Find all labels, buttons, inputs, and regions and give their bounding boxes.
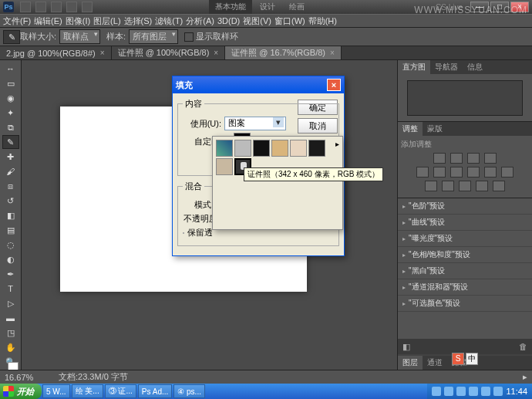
mixer-icon[interactable] — [501, 167, 513, 178]
close-icon[interactable]: × — [330, 49, 335, 57]
stamp-tool[interactable]: ⧇ — [2, 179, 19, 193]
preset-item[interactable]: "色相/饱和度"预设 — [398, 247, 532, 263]
taskbar-button[interactable]: ④ ps... — [173, 384, 205, 398]
pattern-thumb[interactable] — [271, 140, 288, 157]
brush-tool[interactable]: 🖌 — [2, 164, 19, 178]
wand-tool[interactable]: ✦ — [2, 106, 19, 120]
pattern-thumb[interactable] — [253, 140, 270, 157]
clock[interactable]: 11:44 — [506, 387, 527, 396]
tab-adjustments[interactable]: 调整 — [398, 122, 423, 136]
menu-select[interactable]: 选择(S) — [124, 15, 153, 27]
tab-masks[interactable]: 蒙版 — [423, 122, 447, 136]
preset-item[interactable]: "曝光度"预设 — [398, 231, 532, 247]
preset-item[interactable]: "色阶"预设 — [398, 198, 532, 215]
tray-icon[interactable] — [444, 387, 453, 396]
current-tool-icon[interactable]: ✎ — [3, 30, 20, 44]
menu-analysis[interactable]: 分析(A) — [186, 15, 214, 27]
ime-button-cn[interactable]: 中 — [466, 353, 478, 365]
exposure-icon[interactable] — [484, 153, 497, 164]
preserve-checkbox[interactable] — [183, 232, 184, 234]
blur-tool[interactable]: ◌ — [2, 238, 19, 252]
tab-layers[interactable]: 图层 — [398, 356, 423, 370]
levels-icon[interactable] — [450, 153, 463, 164]
pattern-thumb[interactable] — [290, 140, 307, 157]
zoom-level-icon[interactable] — [51, 2, 62, 12]
close-icon[interactable]: × — [214, 49, 218, 57]
poster-icon[interactable] — [442, 181, 454, 191]
menu-help[interactable]: 帮助(H) — [308, 15, 337, 27]
bw-icon[interactable] — [467, 167, 480, 178]
tab-histogram[interactable]: 直方图 — [398, 60, 430, 74]
pattern-thumb[interactable] — [216, 140, 233, 157]
3d-tool[interactable]: ◳ — [2, 326, 19, 340]
threshold-icon[interactable] — [459, 181, 471, 191]
tray-icon[interactable] — [432, 387, 441, 396]
brightness-icon[interactable] — [433, 153, 446, 164]
picker-menu-icon[interactable]: ▸ — [335, 140, 339, 148]
pattern-thumb[interactable] — [234, 140, 251, 157]
tray-icon[interactable] — [481, 387, 490, 396]
viewextras-icon[interactable] — [66, 2, 77, 12]
menu-layer[interactable]: 图层(L) — [93, 15, 120, 27]
workspace-tab-paint[interactable]: 绘画 — [283, 0, 311, 14]
gradient-tool[interactable]: ▤ — [2, 223, 19, 237]
doc-size[interactable]: 文档:23.3M/0 字节 — [59, 371, 128, 383]
doc-tab-3[interactable]: 证件照 @ 16.7%(RGB/8)× — [225, 46, 342, 59]
start-button[interactable]: 开始 — [0, 384, 42, 399]
close-icon[interactable]: × — [100, 49, 105, 57]
marquee-tool[interactable]: ▭ — [2, 76, 19, 90]
menu-file[interactable]: 文件(F) — [3, 15, 31, 27]
tray-icon[interactable] — [493, 387, 503, 396]
vibrance-icon[interactable] — [416, 167, 429, 178]
taskbar-button[interactable]: 5 W... — [42, 384, 70, 398]
selcolor-icon[interactable] — [493, 181, 505, 191]
screenmode-icon[interactable] — [82, 2, 93, 12]
doc-tab-1[interactable]: 2.jpg @ 100%(RGB/8#)× — [0, 46, 112, 59]
adjust-icon[interactable]: ◧ — [402, 342, 410, 352]
lasso-tool[interactable]: ◉ — [2, 91, 19, 105]
tab-navigator[interactable]: 导航器 — [430, 60, 463, 74]
preset-item[interactable]: "通道混和器"预设 — [398, 279, 532, 296]
tab-info[interactable]: 信息 — [463, 60, 487, 74]
status-arrow-icon[interactable]: ▸ — [523, 372, 527, 382]
tab-channels[interactable]: 通道 — [423, 356, 447, 370]
dodge-tool[interactable]: ◐ — [2, 252, 19, 266]
tray-icon[interactable] — [456, 387, 466, 396]
menu-image[interactable]: 图像(I) — [66, 15, 90, 27]
move-tool[interactable]: ↔ — [2, 62, 19, 76]
doc-tab-2[interactable]: 证件照 @ 100%(RGB/8)× — [112, 46, 226, 59]
workspace-tab-design[interactable]: 设计 — [254, 0, 281, 14]
colorbalance-icon[interactable] — [450, 167, 463, 178]
hue-icon[interactable] — [433, 167, 446, 178]
tray-icon[interactable] — [469, 387, 478, 396]
pen-tool[interactable]: ✒ — [2, 267, 19, 281]
dialog-titlebar[interactable]: 填充 × — [173, 76, 344, 93]
show-ring-checkbox[interactable] — [184, 32, 194, 42]
menu-3d[interactable]: 3D(D) — [217, 16, 240, 25]
menu-window[interactable]: 窗口(W) — [274, 15, 305, 27]
photo-icon[interactable] — [484, 167, 497, 178]
taskbar-button[interactable]: ③ 证... — [105, 384, 136, 398]
sample-size-dropdown[interactable]: 取样点 — [59, 29, 100, 44]
menu-filter[interactable]: 滤镜(T) — [155, 15, 183, 27]
menu-edit[interactable]: 编辑(E) — [34, 15, 62, 27]
history-tool[interactable]: ↺ — [2, 194, 19, 208]
taskbar-button[interactable]: Ps Ad... — [138, 384, 172, 398]
type-tool[interactable]: T — [2, 282, 19, 296]
minibridge-icon[interactable] — [35, 2, 46, 12]
crop-tool[interactable]: ⧉ — [2, 120, 19, 134]
taskbar-button[interactable]: 绘 美... — [72, 384, 103, 398]
menu-view[interactable]: 视图(V) — [243, 15, 271, 27]
dialog-close-button[interactable]: × — [327, 79, 341, 91]
shape-tool[interactable]: ▬ — [2, 311, 19, 325]
hand-tool[interactable]: ✋ — [2, 340, 19, 354]
eraser-tool[interactable]: ◧ — [2, 208, 19, 222]
eyedropper-tool[interactable]: ✎ — [2, 135, 19, 149]
heal-tool[interactable]: ✚ — [2, 150, 19, 164]
trash-icon[interactable]: 🗑 — [519, 342, 527, 351]
sample-layers-dropdown[interactable]: 所有图层 — [129, 29, 178, 44]
pattern-thumb[interactable] — [308, 140, 325, 157]
system-tray[interactable]: 11:44 — [427, 384, 532, 399]
bridge-icon[interactable] — [20, 2, 31, 12]
preset-item[interactable]: "黑白"预设 — [398, 263, 532, 279]
